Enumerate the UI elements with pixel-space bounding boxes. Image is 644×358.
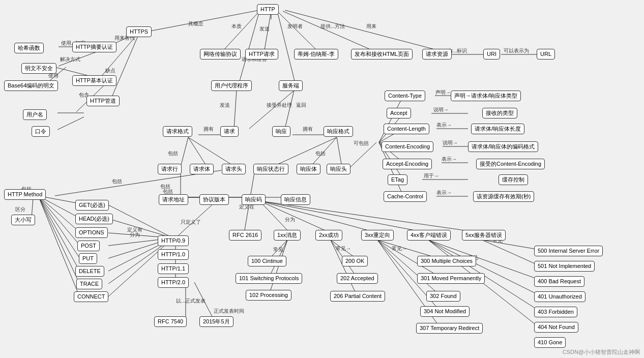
node-rfc7540: RFC 7540 [154, 316, 187, 327]
node-s404: 404 Not Found [534, 322, 578, 333]
svg-text:以...正式发表: 以...正式发表 [176, 298, 206, 304]
node-rfc2616: RFC 2616 [229, 230, 261, 241]
svg-line-30 [57, 117, 84, 130]
svg-line-36 [234, 91, 237, 129]
node-net-protocol: 网络传输协议 [200, 49, 241, 59]
svg-line-48 [188, 137, 235, 167]
node-s202: 202 Accepted [337, 273, 378, 284]
svg-line-33 [239, 11, 259, 83]
svg-line-120 [331, 240, 356, 294]
svg-line-124 [377, 240, 438, 294]
svg-text:区分: 区分 [15, 206, 25, 212]
svg-text:说明→: 说明→ [443, 140, 458, 145]
node-status-3xx: 3xx重定向 [361, 230, 394, 241]
svg-line-52 [337, 137, 342, 167]
svg-text:表示→: 表示→ [436, 122, 452, 128]
node-resp-head: 响应头 [327, 164, 350, 174]
svg-text:定义有: 定义有 [127, 227, 142, 232]
svg-text:分为: 分为 [285, 217, 295, 222]
svg-line-85 [38, 196, 79, 257]
node-tim-berners: 蒂姆·伯纳斯-李 [294, 49, 338, 59]
node-resp-code: 响应码 [242, 194, 266, 205]
node-s301: 301 Moved Permanently [417, 273, 485, 284]
node-password: 口令 [32, 126, 50, 137]
node-accept: Accept [387, 108, 411, 118]
svg-text:缺点: 缺点 [105, 68, 115, 73]
svg-text:只定义了: 只定义了 [181, 219, 201, 225]
node-http-method: HTTP Method [4, 189, 46, 200]
svg-line-46 [181, 137, 188, 167]
svg-text:返回: 返回 [296, 102, 306, 108]
node-https: HTTPS [126, 26, 152, 37]
node-s304: 304 Not Modified [420, 306, 470, 317]
node-cache-ctrl: 缓存控制 [499, 174, 528, 185]
node-username: 用户名 [23, 109, 47, 120]
main-canvas: 其概念 本质 发送 发明者 提供...方法 用来 可以表示为 由...标识 用来… [0, 0, 644, 358]
svg-text:包括: 包括 [163, 189, 173, 194]
node-uri: URI [483, 49, 500, 59]
node-cache-control: Cache-Control [384, 191, 427, 202]
svg-line-83 [38, 196, 79, 231]
node-hash-func: 哈希函数 [14, 43, 44, 53]
node-s401: 401 Unauthorized [534, 291, 586, 302]
svg-line-56 [379, 96, 403, 142]
svg-line-11 [285, 10, 436, 50]
node-clear-unsafe: 明文不安全 [21, 63, 56, 74]
node-s101: 101 Switching Protocols [236, 273, 302, 284]
node-options: OPTIONS [75, 227, 108, 238]
svg-text:常见→: 常见→ [392, 246, 407, 251]
svg-line-87 [38, 196, 79, 282]
node-resp-format: 响应格式 [324, 126, 353, 137]
node-md-auth: HTTP摘要认证 [72, 42, 116, 52]
svg-line-54 [347, 142, 376, 170]
node-put: PUT [79, 253, 97, 264]
svg-text:本质: 本质 [231, 23, 242, 29]
node-http10: HTTP/1.0 [158, 249, 189, 260]
svg-text:用于→: 用于→ [424, 173, 439, 178]
node-s400: 400 Bad Request [534, 276, 584, 287]
node-cache-expire: 该资源缓存有效期(秒) [473, 191, 534, 202]
svg-line-97 [175, 203, 214, 238]
svg-text:发送: 发送 [220, 102, 230, 108]
svg-line-35 [277, 11, 295, 83]
node-year2015: 2015年5月 [199, 316, 233, 327]
node-accept-encoding: Accept-Encoding [383, 159, 432, 169]
node-s501: 501 Not Implemented [534, 261, 595, 272]
svg-line-51 [310, 137, 337, 167]
node-req-body: 请求体 [190, 164, 214, 174]
node-s403: 403 Forbidden [534, 307, 577, 317]
svg-line-50 [272, 137, 337, 167]
node-s206: 206 Partial Content [330, 291, 385, 302]
node-b64-clear: Base64编码的明文 [4, 80, 58, 91]
node-req-resp-len: 请求体/响应体长度 [471, 124, 524, 134]
svg-text:分为: 分为 [130, 232, 140, 237]
node-http09: HTTP/0.9 [158, 235, 189, 246]
node-http-req: HTTP请求 [245, 49, 278, 59]
node-s307: 307 Temporary Redirect [416, 323, 483, 334]
node-connect: CONNECT [74, 291, 108, 302]
svg-line-111 [259, 201, 428, 233]
svg-line-38 [249, 91, 294, 129]
svg-text:说明→: 说明→ [433, 107, 449, 112]
svg-line-129 [482, 240, 537, 264]
node-declare-req-type: 声明→请求体/响应体类型 [451, 91, 521, 101]
svg-text:常见→: 常见→ [336, 246, 351, 251]
node-user-agent: 用户代理程序 [211, 80, 252, 91]
node-delete: DELETE [75, 266, 104, 277]
svg-text:包括: 包括 [168, 151, 178, 156]
node-request: 请求 [220, 126, 239, 137]
svg-text:包括: 包括 [160, 184, 170, 189]
node-etag: ETag [388, 174, 407, 185]
node-accept-enc: 接受的Content-Encoding [476, 159, 545, 169]
svg-text:表示→: 表示→ [436, 190, 452, 195]
node-status-4xx: 4xx客户端错误 [407, 230, 451, 241]
svg-line-40 [285, 91, 294, 129]
svg-line-47 [188, 137, 207, 167]
svg-line-3 [224, 11, 259, 50]
svg-line-108 [259, 201, 290, 233]
node-http20: HTTP/2.0 [158, 277, 189, 288]
svg-line-7 [277, 11, 316, 50]
svg-line-86 [38, 196, 79, 270]
svg-line-5 [265, 11, 271, 50]
node-content-encoding: Content-Encoding [382, 141, 433, 152]
